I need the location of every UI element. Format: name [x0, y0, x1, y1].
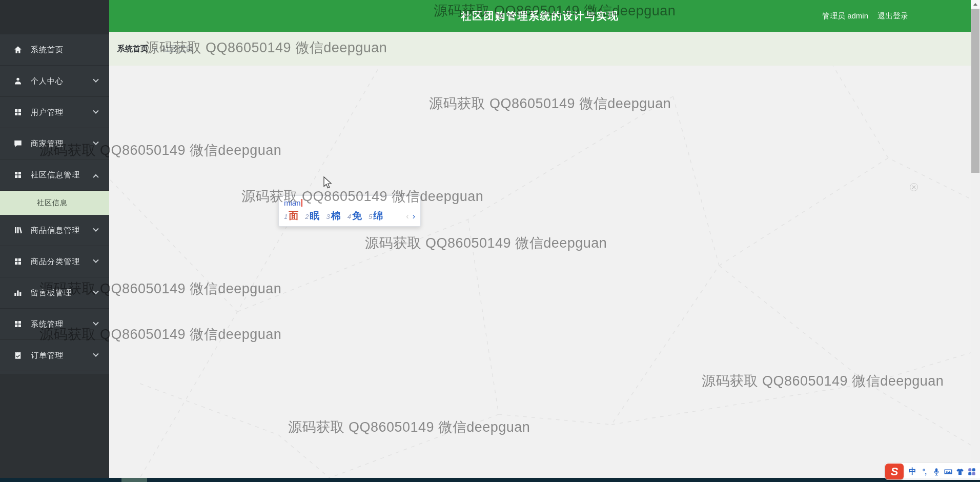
bar-chart-icon: [13, 288, 23, 297]
ime-punctuation-icon[interactable]: °,: [918, 466, 930, 478]
chevron-down-icon: [93, 77, 98, 83]
sidebar-item-label: 订单管理: [31, 351, 94, 360]
ime-composition: mian: [284, 198, 415, 208]
sidebar-item-order-management[interactable]: 订单管理: [0, 340, 109, 371]
sidebar-item-label: 个人中心: [31, 76, 94, 86]
chevron-down-icon: [93, 226, 98, 232]
sidebar-item-system-home[interactable]: 系统首页: [0, 34, 109, 66]
sidebar-item-user-management[interactable]: 用户管理: [0, 97, 109, 128]
sidebar-item-label: 商品信息管理: [31, 226, 94, 235]
chevron-down-icon: [93, 108, 98, 114]
header: 社区团购管理系统的设计与实现 管理员 admin 退出登录: [109, 0, 971, 32]
ime-chinese-mode-icon[interactable]: 中: [907, 466, 918, 478]
sidebar-item-personal-center[interactable]: 个人中心: [0, 66, 109, 97]
home-icon: [13, 45, 23, 54]
ime-candidate[interactable]: 4免: [348, 209, 362, 223]
sidebar-item-community-info-management[interactable]: 社区信息管理: [0, 159, 109, 191]
chat-icon: [13, 139, 23, 148]
grid-icon: [13, 108, 23, 117]
ime-candidate-list: 1面 2眠 3棉 4免 5绵 ‹ ›: [284, 209, 415, 223]
page-title: 社区团购管理系统的设计与实现: [461, 9, 619, 23]
breadcrumb-separator: >: [153, 45, 157, 53]
toolbox-icon[interactable]: [966, 466, 977, 478]
sidebar-item-label: 留言板管理: [31, 288, 94, 298]
sidebar-item-label: 用户管理: [31, 108, 94, 117]
sidebar-item-label: 商家管理: [31, 139, 94, 149]
vertical-scrollbar[interactable]: [971, 0, 980, 478]
sidebar-item-system-management[interactable]: 系统管理: [0, 309, 109, 340]
skin-icon[interactable]: [954, 466, 966, 478]
scrollbar-thumb[interactable]: [971, 9, 979, 173]
book-icon: [13, 226, 23, 235]
breadcrumb-current: 社区信息: [162, 44, 193, 54]
ime-candidate[interactable]: 5绵: [369, 209, 383, 223]
ime-composition-text: mian: [284, 198, 301, 207]
sidebar-subitem-community-info[interactable]: 社区信息: [0, 191, 109, 215]
microphone-icon[interactable]: [930, 466, 942, 478]
sidebar-subitem-label: 社区信息: [37, 198, 68, 208]
sidebar-nav: 系统首页 个人中心 用户管理 商家管理: [0, 34, 109, 371]
breadcrumb-home-link[interactable]: 系统首页: [117, 44, 148, 54]
ime-caret: [301, 199, 302, 207]
background-dashed-pattern: [109, 66, 971, 478]
sidebar-item-product-category-management[interactable]: 商品分类管理: [0, 246, 109, 277]
ime-candidate[interactable]: 1面: [284, 209, 298, 223]
ime-candidate-window: mian 1面 2眠 3棉 4免 5绵 ‹ ›: [278, 195, 421, 227]
chevron-down-icon: [93, 257, 98, 263]
chevron-down-icon: [93, 139, 98, 145]
watermark-close-icon[interactable]: [910, 183, 918, 191]
main-content: [109, 66, 971, 478]
sidebar-item-product-info-management[interactable]: 商品信息管理: [0, 215, 109, 246]
taskbar-edge-strip: [0, 478, 980, 482]
ime-next-page-icon[interactable]: ›: [413, 212, 415, 221]
header-user-area: 管理员 admin 退出登录: [822, 0, 908, 32]
soft-keyboard-icon[interactable]: [942, 466, 954, 478]
sidebar-footer-area: [0, 374, 109, 478]
current-user-label: 管理员 admin: [822, 11, 868, 21]
sidebar-item-label: 社区信息管理: [31, 170, 94, 180]
sidebar-item-label: 系统管理: [31, 319, 94, 329]
chevron-down-icon: [93, 289, 98, 294]
sidebar-item-message-board-management[interactable]: 留言板管理: [0, 277, 109, 309]
scrollbar-up-button[interactable]: [971, 0, 980, 9]
logout-button[interactable]: 退出登录: [877, 11, 908, 21]
grid-icon: [13, 170, 23, 179]
taskbar-edge-highlight: [121, 478, 147, 482]
grid-icon: [13, 319, 23, 329]
ime-prev-page-icon[interactable]: ‹: [406, 212, 409, 221]
scroll-up-arrow-icon: [973, 3, 977, 6]
sidebar-item-label: 系统首页: [31, 45, 100, 55]
sidebar-item-merchant-management[interactable]: 商家管理: [0, 128, 109, 159]
chevron-down-icon: [93, 351, 98, 357]
chevron-up-icon: [93, 174, 98, 180]
sidebar-item-label: 商品分类管理: [31, 257, 94, 267]
sidebar-logo-area: [0, 0, 109, 34]
sidebar: 系统首页 个人中心 用户管理 商家管理: [0, 0, 109, 478]
grid-icon: [13, 257, 23, 266]
app-root: 系统首页 个人中心 用户管理 商家管理: [0, 0, 980, 482]
ime-paging: ‹ ›: [406, 212, 415, 221]
ime-candidate[interactable]: 3棉: [326, 209, 340, 223]
clipboard-icon: [13, 351, 23, 360]
breadcrumb: 系统首页 > 社区信息: [109, 32, 971, 66]
ime-toolbar: S 中 °,: [885, 463, 980, 480]
user-icon: [13, 76, 23, 86]
sogou-logo-icon[interactable]: S: [885, 464, 904, 479]
ime-candidate[interactable]: 2眠: [305, 209, 319, 223]
chevron-down-icon: [93, 320, 98, 326]
